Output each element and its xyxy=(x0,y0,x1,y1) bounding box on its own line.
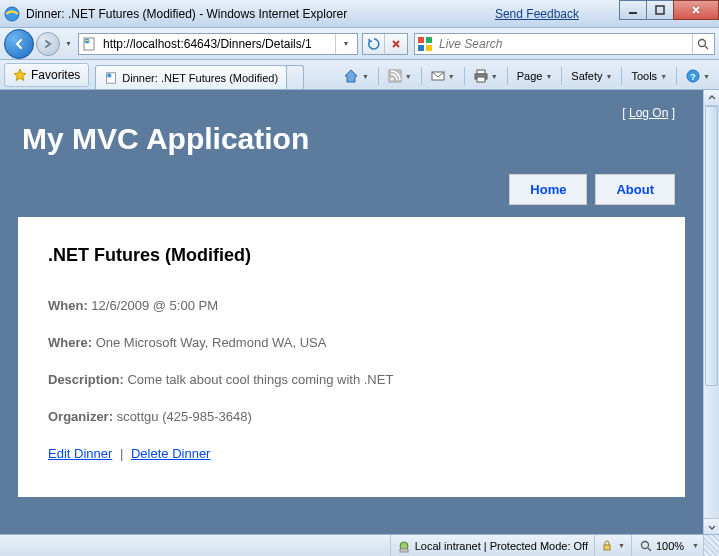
where-value: One Microsoft Way, Redmond WA, USA xyxy=(96,335,327,350)
mail-icon xyxy=(431,69,445,83)
separator xyxy=(464,67,465,85)
page-icon xyxy=(81,36,97,52)
search-button[interactable] xyxy=(692,34,712,54)
page-icon xyxy=(104,71,118,85)
maximize-button[interactable] xyxy=(646,0,674,20)
when-value: 12/6/2009 @ 5:00 PM xyxy=(91,298,218,313)
svg-rect-2 xyxy=(629,12,637,14)
svg-point-14 xyxy=(390,78,393,81)
content-area: [ Log On ] My MVC Application Home About… xyxy=(0,90,703,534)
back-arrow-icon xyxy=(12,37,26,51)
status-security[interactable]: ▼ xyxy=(594,535,631,556)
url-input[interactable] xyxy=(101,36,335,52)
favorites-button[interactable]: Favorites xyxy=(4,63,89,87)
page: [ Log On ] My MVC Application Home About… xyxy=(18,90,685,497)
stop-button[interactable] xyxy=(385,34,407,54)
back-button[interactable] xyxy=(4,29,34,59)
scroll-down-button[interactable] xyxy=(704,518,719,534)
edit-dinner-link[interactable]: Edit Dinner xyxy=(48,446,112,461)
printer-icon xyxy=(474,69,488,83)
svg-point-12 xyxy=(107,73,111,77)
forward-arrow-icon xyxy=(42,38,54,50)
where-label: Where: xyxy=(48,335,92,350)
page-menu[interactable]: Page ▼ xyxy=(512,65,558,87)
svg-text:?: ? xyxy=(690,72,696,82)
svg-rect-9 xyxy=(426,45,432,51)
browser-tab[interactable]: Dinner: .NET Futures (Modified) xyxy=(95,65,287,89)
separator xyxy=(676,67,677,85)
tab-title: Dinner: .NET Futures (Modified) xyxy=(122,72,278,84)
tools-menu[interactable]: Tools ▼ xyxy=(626,65,672,87)
help-button[interactable]: ? ▼ xyxy=(681,65,715,87)
new-tab-button[interactable] xyxy=(286,65,304,89)
lock-icon xyxy=(601,540,613,552)
bracket-open: [ xyxy=(622,106,629,120)
svg-point-24 xyxy=(641,541,648,548)
zoom-control[interactable]: 100% ▼ xyxy=(631,535,703,556)
print-button[interactable]: ▼ xyxy=(469,65,503,87)
separator xyxy=(378,67,379,85)
logon-link[interactable]: Log On xyxy=(629,106,668,120)
close-button[interactable] xyxy=(673,0,719,20)
when-row: When: 12/6/2009 @ 5:00 PM xyxy=(48,298,655,313)
window-title: Dinner: .NET Futures (Modified) - Window… xyxy=(26,7,347,21)
home-button[interactable]: ▼ xyxy=(338,65,374,87)
magnifier-icon xyxy=(697,38,709,50)
delete-dinner-link[interactable]: Delete Dinner xyxy=(131,446,211,461)
svg-rect-6 xyxy=(418,37,424,43)
nav-history-dropdown[interactable]: ▼ xyxy=(62,32,74,56)
window-controls xyxy=(620,0,719,20)
star-icon xyxy=(13,68,27,82)
send-feedback-link[interactable]: Send Feedback xyxy=(495,7,579,21)
zoom-icon xyxy=(640,540,652,552)
minimize-button[interactable] xyxy=(619,0,647,20)
description-row: Description: Come talk about cool things… xyxy=(48,372,655,387)
svg-rect-8 xyxy=(418,45,424,51)
where-row: Where: One Microsoft Way, Redmond WA, US… xyxy=(48,335,655,350)
site-nav: Home About xyxy=(18,174,685,205)
main-panel: .NET Futures (Modified) When: 12/6/2009 … xyxy=(18,217,685,497)
link-separator: | xyxy=(120,446,123,461)
resize-grip[interactable] xyxy=(703,535,719,556)
tools-menu-label: Tools xyxy=(631,70,657,82)
safety-menu-label: Safety xyxy=(571,70,602,82)
chevron-down-icon xyxy=(708,523,716,531)
scroll-thumb[interactable] xyxy=(705,106,718,386)
dinner-heading: .NET Futures (Modified) xyxy=(48,245,655,266)
safety-menu[interactable]: Safety ▼ xyxy=(566,65,617,87)
svg-rect-3 xyxy=(656,6,664,14)
svg-rect-7 xyxy=(426,37,432,43)
address-bar[interactable]: ▼ xyxy=(78,33,358,55)
site-title: My MVC Application xyxy=(22,122,685,156)
scroll-up-button[interactable] xyxy=(704,90,719,106)
status-zone-text: Local intranet | Protected Mode: Off xyxy=(415,540,588,552)
refresh-icon xyxy=(367,37,381,51)
status-bar: Local intranet | Protected Mode: Off ▼ 1… xyxy=(0,534,719,556)
read-mail-button[interactable]: ▼ xyxy=(426,65,460,87)
svg-point-10 xyxy=(698,39,705,46)
zoom-value: 100% xyxy=(656,540,684,552)
status-zone[interactable]: Local intranet | Protected Mode: Off xyxy=(390,535,594,556)
command-bar: Favorites Dinner: .NET Futures (Modified… xyxy=(0,60,719,90)
logon-area: [ Log On ] xyxy=(18,98,685,122)
nav-about[interactable]: About xyxy=(595,174,675,205)
search-box[interactable] xyxy=(414,33,715,55)
feeds-button[interactable]: ▼ xyxy=(383,65,417,87)
separator xyxy=(421,67,422,85)
organizer-label: Organizer: xyxy=(48,409,113,424)
refresh-button[interactable] xyxy=(363,34,385,54)
organizer-value: scottgu (425-985-3648) xyxy=(117,409,252,424)
vertical-scrollbar[interactable] xyxy=(703,90,719,534)
internet-zone-icon xyxy=(397,539,411,553)
url-dropdown[interactable]: ▼ xyxy=(335,34,355,54)
organizer-row: Organizer: scottgu (425-985-3648) xyxy=(48,409,655,424)
description-label: Description: xyxy=(48,372,124,387)
nav-home[interactable]: Home xyxy=(509,174,587,205)
separator xyxy=(507,67,508,85)
forward-button[interactable] xyxy=(36,32,60,56)
svg-rect-22 xyxy=(400,549,408,552)
rss-icon xyxy=(388,69,402,83)
when-label: When: xyxy=(48,298,88,313)
search-input[interactable] xyxy=(437,36,692,52)
page-menu-label: Page xyxy=(517,70,543,82)
